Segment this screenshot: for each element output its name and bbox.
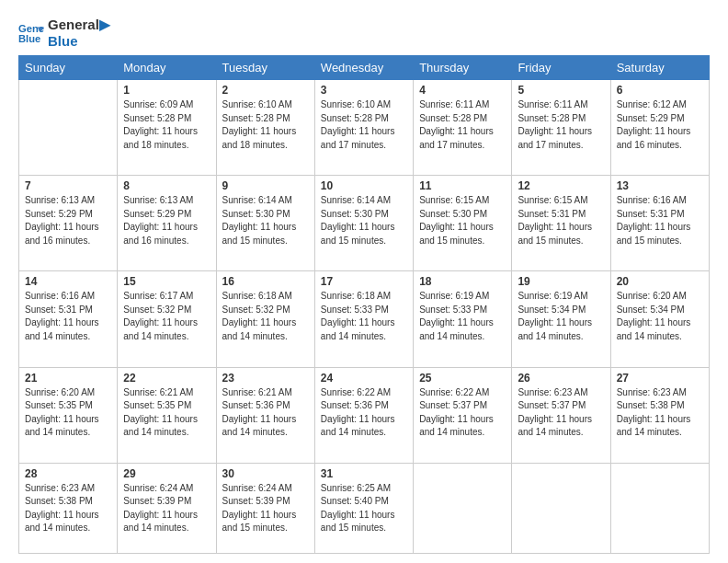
calendar-table: SundayMondayTuesdayWednesdayThursdayFrid… [18,55,710,554]
day-cell-2: 2Sunrise: 6:10 AMSunset: 5:28 PMDaylight… [216,80,314,176]
day-info: Sunrise: 6:14 AMSunset: 5:30 PMDaylight:… [321,194,407,247]
empty-cell [19,80,118,176]
day-info: Sunrise: 6:16 AMSunset: 5:31 PMDaylight:… [25,290,111,343]
day-info: Sunrise: 6:23 AMSunset: 5:38 PMDaylight:… [617,386,703,440]
week-row-3: 14Sunrise: 6:16 AMSunset: 5:31 PMDayligh… [19,271,710,367]
day-info: Sunrise: 6:20 AMSunset: 5:34 PMDaylight:… [617,290,703,343]
day-cell-14: 14Sunrise: 6:16 AMSunset: 5:31 PMDayligh… [19,271,118,367]
day-info: Sunrise: 6:18 AMSunset: 5:32 PMDaylight:… [222,290,309,343]
day-cell-29: 29Sunrise: 6:24 AMSunset: 5:39 PMDayligh… [118,463,216,553]
weekday-header-friday: Friday [512,56,610,80]
day-cell-25: 25Sunrise: 6:22 AMSunset: 5:37 PMDayligh… [414,367,512,463]
day-cell-19: 19Sunrise: 6:19 AMSunset: 5:34 PMDayligh… [512,271,610,367]
week-row-4: 21Sunrise: 6:20 AMSunset: 5:35 PMDayligh… [19,367,710,463]
day-number: 17 [321,275,407,288]
day-info: Sunrise: 6:09 AMSunset: 5:28 PMDaylight:… [123,98,210,152]
day-number: 4 [419,84,506,97]
day-info: Sunrise: 6:10 AMSunset: 5:28 PMDaylight:… [321,98,407,152]
day-info: Sunrise: 6:15 AMSunset: 5:31 PMDaylight:… [518,194,604,247]
day-info: Sunrise: 6:19 AMSunset: 5:34 PMDaylight:… [518,290,604,343]
day-number: 2 [222,84,309,97]
day-info: Sunrise: 6:18 AMSunset: 5:33 PMDaylight:… [321,290,407,343]
day-info: Sunrise: 6:23 AMSunset: 5:38 PMDaylight:… [25,482,111,535]
day-info: Sunrise: 6:20 AMSunset: 5:35 PMDaylight:… [25,386,111,440]
day-number: 22 [123,372,210,385]
day-number: 8 [123,179,210,192]
day-cell-9: 9Sunrise: 6:14 AMSunset: 5:30 PMDaylight… [216,176,314,271]
day-info: Sunrise: 6:16 AMSunset: 5:31 PMDaylight:… [617,194,703,247]
weekday-header-thursday: Thursday [414,56,512,80]
day-cell-3: 3Sunrise: 6:10 AMSunset: 5:28 PMDaylight… [314,80,413,176]
day-info: Sunrise: 6:13 AMSunset: 5:29 PMDaylight:… [123,194,210,247]
day-info: Sunrise: 6:13 AMSunset: 5:29 PMDaylight:… [25,194,111,247]
day-cell-24: 24Sunrise: 6:22 AMSunset: 5:36 PMDayligh… [314,367,413,463]
day-cell-13: 13Sunrise: 6:16 AMSunset: 5:31 PMDayligh… [610,176,709,271]
weekday-header-wednesday: Wednesday [314,56,413,80]
day-cell-30: 30Sunrise: 6:24 AMSunset: 5:39 PMDayligh… [216,463,314,553]
svg-text:Blue: Blue [18,33,40,44]
day-cell-22: 22Sunrise: 6:21 AMSunset: 5:35 PMDayligh… [118,367,216,463]
day-cell-16: 16Sunrise: 6:18 AMSunset: 5:32 PMDayligh… [216,271,314,367]
day-number: 24 [321,372,407,385]
day-number: 31 [321,467,407,480]
day-cell-6: 6Sunrise: 6:12 AMSunset: 5:29 PMDaylight… [610,80,709,176]
day-number: 6 [617,84,703,97]
day-info: Sunrise: 6:21 AMSunset: 5:36 PMDaylight:… [222,386,309,440]
day-number: 3 [321,84,407,97]
day-number: 21 [25,372,111,385]
day-number: 9 [222,179,309,192]
day-info: Sunrise: 6:14 AMSunset: 5:30 PMDaylight:… [222,194,309,247]
day-info: Sunrise: 6:12 AMSunset: 5:29 PMDaylight:… [617,98,703,152]
day-info: Sunrise: 6:24 AMSunset: 5:39 PMDaylight:… [123,482,210,535]
day-cell-11: 11Sunrise: 6:15 AMSunset: 5:30 PMDayligh… [414,176,512,271]
day-number: 13 [617,179,703,192]
weekday-header-saturday: Saturday [610,56,709,80]
weekday-header-sunday: Sunday [19,56,118,80]
day-info: Sunrise: 6:23 AMSunset: 5:37 PMDaylight:… [518,386,604,440]
day-number: 23 [222,372,309,385]
day-cell-8: 8Sunrise: 6:13 AMSunset: 5:29 PMDaylight… [118,176,216,271]
weekday-header-row: SundayMondayTuesdayWednesdayThursdayFrid… [19,56,710,80]
day-cell-21: 21Sunrise: 6:20 AMSunset: 5:35 PMDayligh… [19,367,118,463]
empty-cell [610,463,709,553]
day-number: 10 [321,179,407,192]
empty-cell [512,463,610,553]
day-cell-17: 17Sunrise: 6:18 AMSunset: 5:33 PMDayligh… [314,271,413,367]
day-cell-15: 15Sunrise: 6:17 AMSunset: 5:32 PMDayligh… [118,271,216,367]
day-number: 20 [617,275,703,288]
day-number: 18 [419,275,506,288]
day-number: 25 [419,372,506,385]
day-cell-18: 18Sunrise: 6:19 AMSunset: 5:33 PMDayligh… [414,271,512,367]
weekday-header-monday: Monday [118,56,216,80]
day-info: Sunrise: 6:24 AMSunset: 5:39 PMDaylight:… [222,482,309,535]
day-cell-27: 27Sunrise: 6:23 AMSunset: 5:38 PMDayligh… [610,367,709,463]
day-cell-7: 7Sunrise: 6:13 AMSunset: 5:29 PMDaylight… [19,176,118,271]
day-number: 27 [617,372,703,385]
day-info: Sunrise: 6:19 AMSunset: 5:33 PMDaylight:… [419,290,506,343]
day-info: Sunrise: 6:11 AMSunset: 5:28 PMDaylight:… [419,98,506,152]
day-info: Sunrise: 6:15 AMSunset: 5:30 PMDaylight:… [419,194,506,247]
week-row-5: 28Sunrise: 6:23 AMSunset: 5:38 PMDayligh… [19,463,710,553]
day-info: Sunrise: 6:11 AMSunset: 5:28 PMDaylight:… [518,98,604,152]
day-cell-28: 28Sunrise: 6:23 AMSunset: 5:38 PMDayligh… [19,463,118,553]
day-number: 26 [518,372,604,385]
day-number: 7 [25,179,111,192]
day-number: 29 [123,467,210,480]
day-info: Sunrise: 6:22 AMSunset: 5:36 PMDaylight:… [321,386,407,440]
logo: General Blue General▶ Blue [18,17,110,50]
day-number: 5 [518,84,604,97]
day-info: Sunrise: 6:21 AMSunset: 5:35 PMDaylight:… [123,386,210,440]
day-number: 28 [25,467,111,480]
day-cell-5: 5Sunrise: 6:11 AMSunset: 5:28 PMDaylight… [512,80,610,176]
day-cell-23: 23Sunrise: 6:21 AMSunset: 5:36 PMDayligh… [216,367,314,463]
day-number: 12 [518,179,604,192]
day-info: Sunrise: 6:10 AMSunset: 5:28 PMDaylight:… [222,98,309,152]
day-number: 14 [25,275,111,288]
day-number: 15 [123,275,210,288]
day-info: Sunrise: 6:25 AMSunset: 5:40 PMDaylight:… [321,482,407,535]
weekday-header-tuesday: Tuesday [216,56,314,80]
day-cell-12: 12Sunrise: 6:15 AMSunset: 5:31 PMDayligh… [512,176,610,271]
empty-cell [414,463,512,553]
day-cell-1: 1Sunrise: 6:09 AMSunset: 5:28 PMDaylight… [118,80,216,176]
day-number: 1 [123,84,210,97]
